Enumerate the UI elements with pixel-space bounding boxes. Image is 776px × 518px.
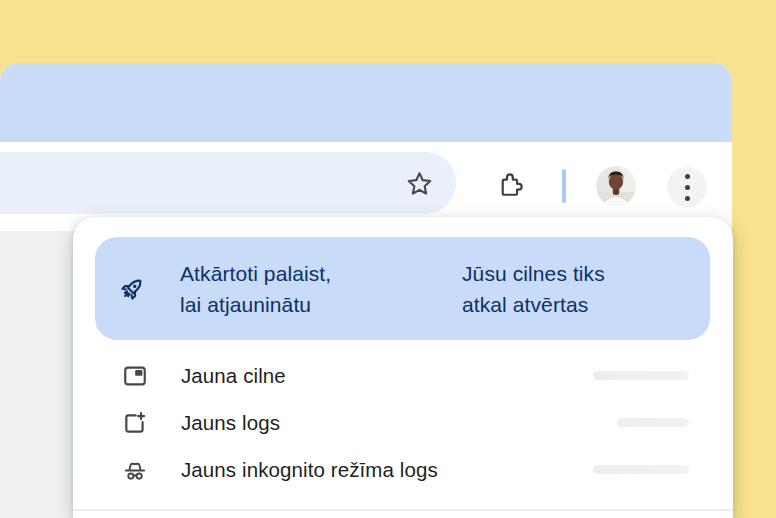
menu-item-new-window[interactable]: Jauns logs — [73, 399, 733, 446]
menu-item-new-tab[interactable]: Jauna cilne — [73, 352, 733, 399]
menu-item-label: Jauns logs — [181, 411, 280, 435]
menu-item-new-incognito-window[interactable]: Jauns inkognito režīma logs — [73, 446, 733, 493]
banner-line: Atkārtoti palaist, — [180, 262, 331, 285]
extensions-puzzle-icon[interactable] — [497, 172, 523, 198]
shortcut-placeholder-bar — [593, 465, 689, 474]
hero-illustration: Atkārtoti palaist, lai atjauninātu Jūsu … — [0, 0, 776, 518]
banner-line: lai atjauninātu — [180, 293, 311, 316]
banner-line: Jūsu cilnes tiks — [462, 262, 605, 285]
new-window-icon — [122, 410, 148, 436]
rocket-launch-icon — [117, 274, 147, 304]
more-vertical-icon[interactable] — [667, 167, 707, 207]
shortcut-placeholder-bar — [593, 371, 689, 380]
banner-line: atkal atvērtas — [462, 293, 588, 316]
browser-menu: Atkārtoti palaist, lai atjauninātu Jūsu … — [73, 217, 733, 518]
banner-action-text: Atkārtoti palaist, lai atjauninātu — [180, 258, 400, 320]
shortcut-placeholder-bar — [617, 418, 689, 427]
toolbar-divider — [562, 169, 566, 203]
menu-item-label: Jauna cilne — [181, 364, 286, 388]
relaunch-banner[interactable]: Atkārtoti palaist, lai atjauninātu Jūsu … — [95, 237, 710, 340]
menu-divider — [73, 509, 733, 511]
menu-item-label: Jauns inkognito režīma logs — [181, 458, 438, 482]
address-bar[interactable] — [0, 152, 456, 214]
window-titlebar — [0, 63, 732, 142]
incognito-icon — [122, 457, 148, 483]
new-tab-icon — [122, 363, 148, 389]
menu-item-list: Jauna cilne Jauns logs — [73, 352, 733, 493]
bookmark-star-icon[interactable] — [406, 171, 433, 198]
profile-avatar[interactable] — [596, 166, 636, 206]
banner-info-text: Jūsu cilnes tiks atkal atvērtas — [462, 258, 605, 320]
